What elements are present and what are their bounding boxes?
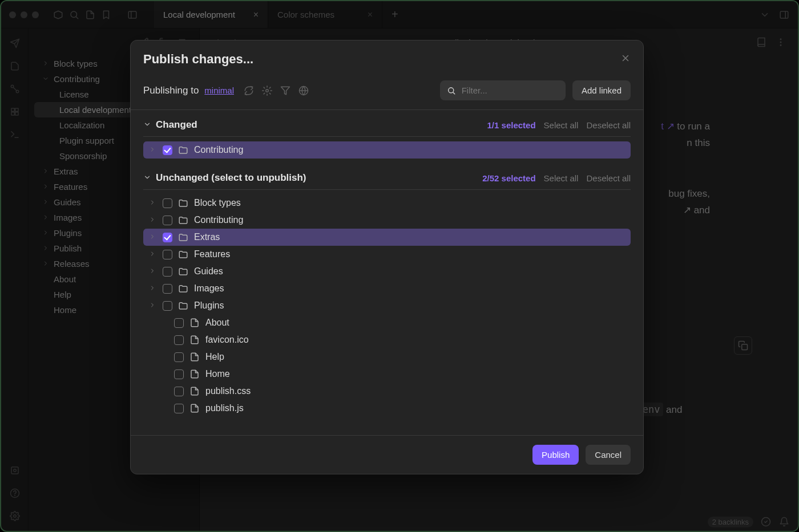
file-row[interactable]: Images xyxy=(143,280,631,297)
file-row[interactable]: Home xyxy=(143,366,631,383)
section-title: Changed xyxy=(156,119,197,131)
file-row[interactable]: Extras xyxy=(143,229,631,246)
select-all-link[interactable]: Select all xyxy=(544,173,579,183)
chevron-down-icon xyxy=(143,120,151,130)
deselect-all-link[interactable]: Deselect all xyxy=(586,173,631,183)
file-row-label: Contributing xyxy=(194,215,243,225)
chevron-right-icon xyxy=(149,283,157,294)
checkbox[interactable] xyxy=(174,352,184,362)
checkbox[interactable] xyxy=(163,233,172,242)
gear-icon[interactable] xyxy=(261,85,273,96)
file-row[interactable]: Contributing xyxy=(143,212,631,229)
chevron-right-icon xyxy=(149,232,157,242)
filter-icon[interactable] xyxy=(280,85,291,96)
file-row-label: Contributing xyxy=(194,145,243,155)
file-row[interactable]: publish.css xyxy=(143,383,631,400)
publish-changes-modal: Publish changes... Publishing to minimal… xyxy=(130,40,644,474)
checkbox[interactable] xyxy=(163,250,172,259)
file-row-label: Guides xyxy=(194,266,223,277)
folder-icon xyxy=(178,215,188,225)
file-row-label: Block types xyxy=(194,198,241,208)
file-row-label: Home xyxy=(205,369,230,379)
folder-icon xyxy=(178,283,188,294)
file-row[interactable]: Help xyxy=(143,348,631,366)
refresh-icon[interactable] xyxy=(243,85,255,96)
publish-target-link[interactable]: minimal xyxy=(204,86,234,95)
selection-count: 1/1 selected xyxy=(487,120,536,130)
select-all-link[interactable]: Select all xyxy=(544,120,579,130)
chevron-down-icon xyxy=(143,173,151,183)
file-row[interactable]: Plugins xyxy=(143,297,631,314)
file-icon xyxy=(189,386,200,396)
file-row-label: favicon.ico xyxy=(205,335,249,345)
checkbox[interactable] xyxy=(163,267,172,277)
chevron-right-icon xyxy=(149,300,157,311)
checkbox[interactable] xyxy=(174,404,184,413)
file-row[interactable]: favicon.ico xyxy=(143,331,631,348)
checkbox[interactable] xyxy=(174,369,184,379)
checkbox[interactable] xyxy=(163,301,172,311)
file-row-label: About xyxy=(205,318,229,328)
file-row[interactable]: Guides xyxy=(143,263,631,280)
file-row-label: Images xyxy=(194,283,224,294)
checkbox[interactable] xyxy=(163,145,172,155)
section-title: Unchanged (select to unpublish) xyxy=(156,172,306,184)
file-icon xyxy=(189,369,200,379)
filter-input[interactable] xyxy=(461,85,559,96)
folder-icon xyxy=(178,145,188,155)
svg-point-19 xyxy=(266,89,269,92)
file-row-label: Features xyxy=(194,249,230,259)
svg-point-21 xyxy=(449,87,454,92)
file-row[interactable]: publish.js xyxy=(143,400,631,417)
app-window: Local development × Color schemes × + xyxy=(0,0,799,532)
file-icon xyxy=(189,318,200,328)
file-row[interactable]: Block types xyxy=(143,194,631,212)
folder-icon xyxy=(178,249,188,259)
checkbox[interactable] xyxy=(163,284,172,294)
publish-button[interactable]: Publish xyxy=(532,445,579,465)
file-row-label: Help xyxy=(205,352,224,362)
chevron-right-icon xyxy=(149,249,157,259)
chevron-right-icon xyxy=(149,145,157,155)
deselect-all-link[interactable]: Deselect all xyxy=(586,120,631,130)
filter-input-wrapper[interactable] xyxy=(440,80,566,100)
file-row[interactable]: About xyxy=(143,314,631,331)
add-linked-button[interactable]: Add linked xyxy=(572,80,631,100)
checkbox[interactable] xyxy=(163,216,172,225)
changed-file-list: Contributing xyxy=(143,137,631,163)
file-icon xyxy=(189,352,200,362)
close-icon[interactable] xyxy=(620,53,631,66)
section-unchanged-header[interactable]: Unchanged (select to unpublish) 2/52 sel… xyxy=(143,163,631,190)
file-row-label: publish.css xyxy=(205,386,251,396)
file-row-label: Extras xyxy=(194,232,220,242)
cancel-button[interactable]: Cancel xyxy=(586,445,631,465)
file-row-label: Plugins xyxy=(194,300,224,311)
file-row[interactable]: Features xyxy=(143,246,631,263)
publishing-to-label: Publishing to xyxy=(143,85,199,96)
folder-icon xyxy=(178,198,188,208)
chevron-right-icon xyxy=(149,198,157,208)
chevron-right-icon xyxy=(149,215,157,225)
search-icon xyxy=(447,86,456,96)
checkbox[interactable] xyxy=(163,198,172,208)
file-row-label: publish.js xyxy=(205,403,244,413)
globe-icon[interactable] xyxy=(298,85,309,96)
modal-title: Publish changes... xyxy=(143,52,253,67)
section-changed-header[interactable]: Changed 1/1 selected Select all Deselect… xyxy=(143,110,631,137)
checkbox[interactable] xyxy=(174,387,184,396)
folder-icon xyxy=(178,300,188,311)
checkbox[interactable] xyxy=(174,335,184,345)
folder-icon xyxy=(178,232,188,242)
chevron-right-icon xyxy=(149,266,157,277)
file-row[interactable]: Contributing xyxy=(143,141,631,159)
checkbox[interactable] xyxy=(174,318,184,328)
selection-count: 2/52 selected xyxy=(482,173,535,183)
file-icon xyxy=(189,335,200,345)
folder-icon xyxy=(178,266,188,277)
file-icon xyxy=(189,403,200,413)
unchanged-file-list: Block typesContributingExtrasFeaturesGui… xyxy=(143,190,631,421)
